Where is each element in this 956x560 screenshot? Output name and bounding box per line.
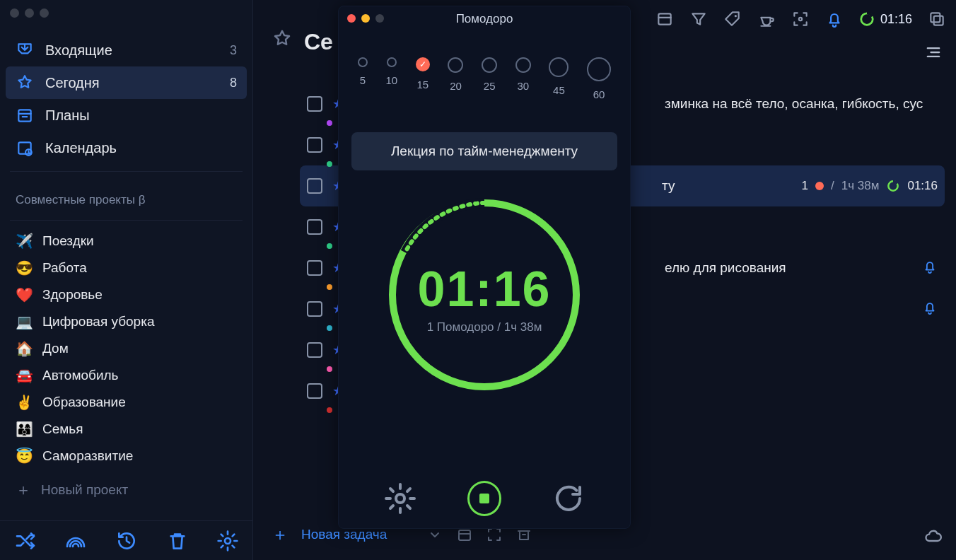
project-item[interactable]: ❤️Здоровье: [0, 281, 252, 308]
sidebar-item-inbox[interactable]: Входящие 3: [0, 34, 252, 66]
zoom-dot[interactable]: [40, 8, 49, 18]
timer-subline: 1 Помодоро / 1ч 38м: [339, 320, 630, 334]
timer-settings-icon[interactable]: [383, 482, 417, 515]
checkbox[interactable]: [307, 301, 322, 317]
interval-45[interactable]: 45: [549, 57, 569, 100]
project-item[interactable]: ✈️Поездки: [0, 228, 252, 255]
tag-icon[interactable]: [723, 10, 742, 28]
star-outline-icon[interactable]: [272, 28, 293, 55]
interval-circle-icon: [549, 57, 569, 77]
sidebar-label: Входящие: [45, 42, 112, 59]
sidebar: Входящие 3 Сегодня 8 Планы Календарь Сов…: [0, 0, 253, 560]
color-dot: [327, 284, 332, 290]
project-label: Семья: [42, 421, 83, 437]
project-item[interactable]: 💻Цифровая уборка: [0, 308, 252, 335]
inbox-count: 3: [230, 43, 237, 58]
shared-projects-header: Совместные проекты β: [0, 179, 252, 213]
reset-icon[interactable]: [552, 482, 585, 515]
checkbox[interactable]: [307, 383, 322, 399]
interval-60[interactable]: 60: [587, 57, 611, 100]
svg-rect-9: [931, 13, 940, 22]
timer-display: 01:16 1 Помодоро / 1ч 38м: [339, 261, 630, 334]
project-item[interactable]: 😇Саморазвитие: [0, 443, 252, 469]
pomodoro-window: Помодоро 510✓152025304560 Лекция по тайм…: [338, 6, 631, 529]
project-emoji: 🏠: [16, 340, 33, 357]
interval-circle-icon: [515, 57, 531, 73]
minimize-dot[interactable]: [25, 8, 34, 18]
project-item[interactable]: ✌️Образование: [0, 389, 252, 416]
close-dot[interactable]: [10, 8, 19, 18]
star-icon: [16, 74, 34, 92]
bell-icon[interactable]: [825, 10, 844, 28]
task-time: 01:16: [907, 179, 938, 193]
project-item[interactable]: 😎Работа: [0, 255, 252, 281]
pomodoro-current-task[interactable]: Лекция по тайм-менеджменту: [351, 132, 617, 170]
interval-label: 10: [385, 74, 397, 86]
project-emoji: ✈️: [16, 233, 33, 250]
plus-icon: ＋: [16, 479, 31, 501]
checkbox[interactable]: [307, 178, 322, 194]
svg-rect-11: [459, 530, 470, 540]
svg-rect-0: [18, 110, 30, 121]
settings-icon[interactable]: [216, 530, 239, 552]
interval-label: 60: [593, 88, 605, 100]
interval-20[interactable]: 20: [448, 57, 463, 100]
cloud-sync-icon[interactable]: [923, 526, 943, 549]
project-item[interactable]: 🏠Дом: [0, 335, 252, 362]
rainbow-icon[interactable]: [64, 530, 87, 552]
project-item[interactable]: 👨‍👩‍👦Семья: [0, 416, 252, 443]
inbox-icon: [16, 41, 34, 59]
history-icon[interactable]: [115, 530, 138, 552]
new-project-button[interactable]: ＋ Новый проект: [0, 469, 252, 511]
new-project-label: Новый проект: [41, 482, 128, 498]
project-label: Саморазвитие: [42, 448, 133, 464]
interval-label: 5: [360, 74, 366, 86]
pomodoro-title: Помодоро: [339, 12, 630, 26]
project-item[interactable]: 🚘Автомобиль: [0, 362, 252, 389]
interval-circle-icon: [448, 57, 463, 73]
trash-icon[interactable]: [166, 530, 189, 552]
today-count: 8: [230, 76, 237, 91]
bell-icon[interactable]: [922, 300, 938, 319]
sidebar-item-calendar[interactable]: Календарь: [0, 132, 252, 164]
coffee-icon[interactable]: [757, 10, 776, 28]
task-meta: 1 / 1ч 38м 01:16: [802, 179, 938, 193]
shuffle-icon[interactable]: [14, 530, 37, 552]
toolbar-time-text: 01:16: [880, 12, 912, 27]
project-emoji: 🚘: [16, 367, 33, 384]
task-text: елю для рисования: [665, 260, 786, 276]
focus-icon[interactable]: [791, 10, 810, 28]
card-icon[interactable]: [655, 10, 674, 28]
filter-icon[interactable]: [689, 10, 708, 28]
checkbox[interactable]: [307, 96, 322, 112]
interval-15[interactable]: ✓15: [416, 57, 430, 100]
interval-30[interactable]: 30: [515, 57, 531, 100]
interval-5[interactable]: 5: [358, 57, 368, 100]
project-emoji: ✌️: [16, 394, 33, 411]
svg-rect-4: [658, 13, 670, 24]
sidebar-item-today[interactable]: Сегодня 8: [6, 66, 247, 99]
sidebar-label: Календарь: [45, 140, 117, 156]
interval-10[interactable]: 10: [385, 57, 397, 100]
checkbox[interactable]: [307, 342, 322, 358]
interval-circle-icon: [482, 57, 497, 73]
color-dot: [327, 120, 332, 126]
sidebar-label: Сегодня: [45, 75, 100, 91]
checkbox[interactable]: [307, 260, 322, 276]
copy-icon[interactable]: [928, 10, 946, 28]
interval-25[interactable]: 25: [482, 57, 497, 100]
pomodoro-task-label: Лекция по тайм-менеджменту: [391, 144, 578, 159]
plus-icon: ＋: [272, 523, 288, 546]
sidebar-item-plans[interactable]: Планы: [0, 99, 252, 132]
checkbox[interactable]: [307, 219, 322, 235]
checkbox[interactable]: [307, 137, 322, 153]
project-label: Работа: [42, 260, 87, 276]
interval-label: 25: [484, 80, 496, 92]
interval-label: 15: [416, 78, 429, 91]
bell-icon[interactable]: [922, 259, 938, 278]
stop-button[interactable]: [467, 482, 501, 515]
interval-circle-icon: [387, 57, 397, 67]
toolbar-timer[interactable]: 01:16: [859, 11, 912, 27]
menu-icon[interactable]: [923, 42, 943, 62]
task-text-tail: ту: [662, 178, 675, 194]
